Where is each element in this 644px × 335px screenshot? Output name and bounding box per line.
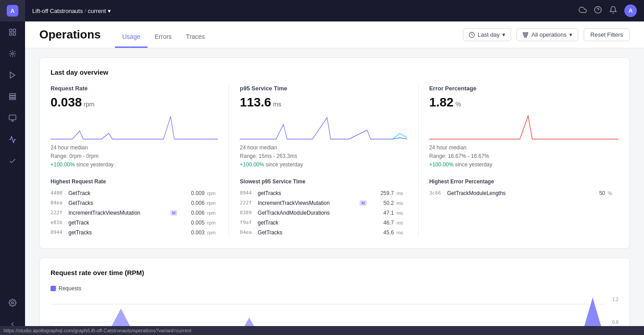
sidebar-icon-operations[interactable] bbox=[0, 129, 25, 150]
page-header: Operations Usage Errors Traces Last day … bbox=[25, 21, 644, 48]
p95-chart bbox=[240, 113, 407, 140]
svg-rect-1 bbox=[13, 29, 16, 31]
bell-icon[interactable] bbox=[609, 6, 617, 16]
ops-filter-label: All operations bbox=[531, 31, 567, 38]
breadcrumb[interactable]: Lift-off Catstronauts / current ▾ bbox=[32, 8, 111, 14]
rpm-chart-card: Request rate over time (RPM) Requests bbox=[39, 258, 630, 335]
svg-rect-14 bbox=[523, 32, 528, 33]
svg-rect-15 bbox=[524, 34, 527, 35]
svg-point-4 bbox=[12, 53, 14, 55]
error-pct-section: Error Percentage 1.82 % 24 hour median bbox=[429, 85, 619, 237]
request-rate-table: Highest Request Rate 4400 GetTrack 0.009… bbox=[51, 178, 218, 237]
sidebar-icon-play[interactable] bbox=[0, 64, 25, 86]
svg-rect-3 bbox=[13, 33, 16, 35]
header-actions: Last day ▾ All operations ▾ Reset Filter… bbox=[463, 28, 630, 41]
breadcrumb-separator: / bbox=[85, 8, 86, 13]
chart-legend: Requests bbox=[51, 285, 619, 292]
table-row: 3c66 GetTrackModuleLengths 50 % bbox=[429, 188, 619, 198]
sidebar-icon-checks[interactable] bbox=[0, 150, 25, 172]
svg-point-10 bbox=[12, 302, 14, 304]
legend-label: Requests bbox=[59, 285, 81, 292]
time-filter-chevron: ▾ bbox=[502, 31, 505, 38]
svg-rect-0 bbox=[9, 29, 12, 31]
sidebar-icon-home[interactable] bbox=[0, 21, 25, 43]
p95-section: p95 Service Time 113.6 ms 24 bbox=[240, 85, 418, 237]
page-body: Last day overview Request Rate 0.038 rpm bbox=[25, 48, 644, 335]
ops-filter-button[interactable]: All operations ▾ bbox=[517, 28, 578, 41]
time-filter-button[interactable]: Last day ▾ bbox=[463, 28, 511, 41]
status-url: https://studio.apollographql.com/graph/L… bbox=[4, 328, 191, 333]
sidebar-icon-schema[interactable] bbox=[0, 86, 25, 107]
table-row: 222f IncrementTrackViewsMutation M 0.006… bbox=[51, 208, 218, 218]
table-row: 222f IncrementTrackViewsMutation M 50.2 … bbox=[240, 198, 407, 208]
table-row: 0944 getTracks 259.7 ms bbox=[240, 188, 407, 198]
svg-marker-5 bbox=[10, 72, 15, 78]
error-pct-header: Error Percentage bbox=[429, 85, 619, 92]
tab-navigation: Usage Errors Traces bbox=[115, 21, 212, 48]
p95-header: p95 Service Time bbox=[240, 85, 407, 92]
branch-name: current bbox=[88, 8, 106, 14]
logo-text: A bbox=[7, 5, 18, 17]
table-row: e81b getTrack 0.005 rpm bbox=[51, 218, 218, 228]
legend-color-box bbox=[51, 286, 56, 291]
sidebar-icon-support[interactable] bbox=[0, 107, 25, 129]
tab-errors[interactable]: Errors bbox=[148, 21, 179, 48]
overview-title: Last day overview bbox=[51, 68, 619, 76]
tab-traces[interactable]: Traces bbox=[179, 21, 212, 48]
main-area: Lift-off Catstronauts / current ▾ A Oper… bbox=[25, 0, 644, 335]
svg-rect-6 bbox=[9, 93, 16, 95]
user-avatar[interactable]: A bbox=[624, 4, 637, 17]
overview-card: Last day overview Request Rate 0.038 rpm bbox=[39, 57, 630, 249]
ops-filter-chevron: ▾ bbox=[569, 31, 572, 38]
request-rate-sub: 24 hour median Range: 0rpm - 0rpm +100.0… bbox=[51, 144, 218, 170]
svg-rect-7 bbox=[9, 96, 16, 98]
error-pct-table: Highest Error Percentage 3c66 GetTrackMo… bbox=[429, 178, 619, 198]
top-bar: Lift-off Catstronauts / current ▾ A bbox=[25, 0, 644, 21]
page-title: Operations bbox=[39, 28, 101, 42]
error-pct-sub: 24 hour median Range: 16.67% - 16.67% +1… bbox=[429, 144, 619, 170]
tab-usage[interactable]: Usage bbox=[115, 21, 147, 48]
overview-grid: Request Rate 0.038 rpm 24 hou bbox=[51, 85, 619, 237]
help-icon[interactable] bbox=[594, 6, 602, 16]
table-row: f9af getTrack 46.7 ms bbox=[240, 218, 407, 228]
svg-rect-16 bbox=[525, 36, 527, 37]
status-bar: https://studio.apollographql.com/graph/L… bbox=[0, 326, 644, 335]
top-bar-actions: A bbox=[579, 4, 637, 17]
content-area: Operations Usage Errors Traces Last day … bbox=[25, 21, 644, 335]
svg-rect-9 bbox=[9, 115, 16, 120]
table-row: 04ea GetTracks 45.6 ms bbox=[240, 228, 407, 237]
error-pct-value: 1.82 % bbox=[429, 95, 619, 110]
reset-filters-button[interactable]: Reset Filters bbox=[584, 28, 630, 41]
sidebar: A bbox=[0, 0, 25, 335]
table-row: 04ea GetTracks 0.006 rpm bbox=[51, 198, 218, 208]
request-rate-section: Request Rate 0.038 rpm 24 hou bbox=[51, 85, 229, 237]
table-row: 0944 getTracks 0.003 rpm bbox=[51, 228, 218, 237]
time-filter-label: Last day bbox=[478, 31, 500, 38]
rpm-chart-title: Request rate over time (RPM) bbox=[51, 269, 619, 276]
table-row: 4400 GetTrack 0.009 rpm bbox=[51, 188, 218, 198]
sidebar-logo[interactable]: A bbox=[0, 0, 25, 21]
cloud-icon[interactable] bbox=[579, 6, 587, 16]
svg-rect-2 bbox=[9, 33, 12, 35]
p95-value: 113.6 ms bbox=[240, 95, 407, 110]
request-rate-chart bbox=[51, 113, 218, 140]
p95-sub: 24 hour median Range: 15ms - 263.3ms +10… bbox=[240, 144, 407, 170]
breadcrumb-chevron-icon: ▾ bbox=[108, 8, 111, 14]
request-rate-header: Request Rate bbox=[51, 85, 218, 92]
project-name: Lift-off Catstronauts bbox=[32, 8, 83, 14]
svg-rect-8 bbox=[9, 98, 16, 100]
sidebar-icon-settings[interactable] bbox=[0, 292, 25, 314]
table-row: 8389 GetTrackAndModuleDurations 47.1 ms bbox=[240, 208, 407, 218]
error-pct-chart bbox=[429, 113, 619, 140]
sidebar-icon-graph[interactable] bbox=[0, 43, 25, 64]
request-rate-value: 0.038 rpm bbox=[51, 95, 218, 110]
p95-table: Slowest p95 Service Time 0944 getTracks … bbox=[240, 178, 407, 237]
